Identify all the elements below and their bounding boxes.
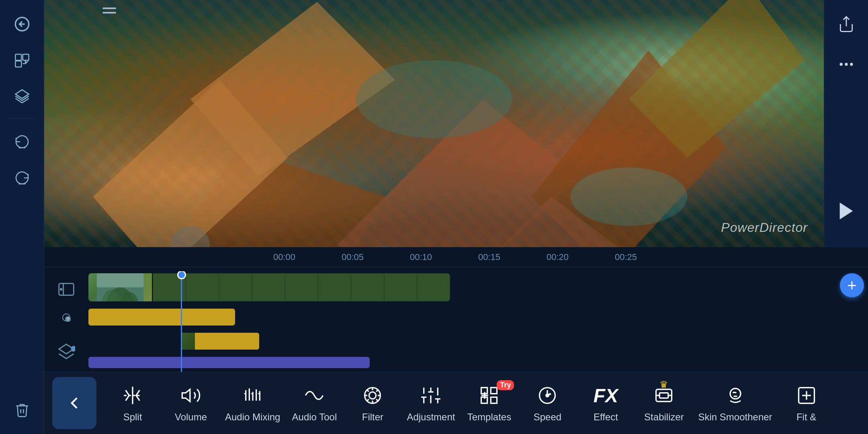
svg-point-28 <box>60 289 62 290</box>
right-sidebar <box>824 0 868 247</box>
audio-bar-3 <box>181 333 259 350</box>
media-music-button[interactable] <box>6 44 38 76</box>
tracks-area[interactable]: + <box>88 271 868 372</box>
back-bottom-button[interactable] <box>52 377 96 429</box>
watermark: PowerDirector <box>721 220 808 235</box>
volume-label: Volume <box>175 411 207 423</box>
tool-filter[interactable]: Filter <box>344 377 401 429</box>
audio-tool-label: Audio Tool <box>292 411 337 423</box>
svg-text:2: 2 <box>72 348 74 352</box>
delete-button[interactable] <box>6 394 38 426</box>
svg-rect-2 <box>15 54 21 60</box>
tool-audio-mixing[interactable]: Audio Mixing <box>221 377 284 429</box>
svg-point-25 <box>850 63 853 66</box>
ruler-mark-3: 00:15 <box>478 252 500 262</box>
tool-effect[interactable]: FX Effect <box>577 377 634 429</box>
stabilizer-label: Stabilizer <box>644 411 684 423</box>
effect-label: Effect <box>594 411 618 423</box>
playhead[interactable] <box>181 271 182 372</box>
top-section: PowerDirector <box>44 0 868 247</box>
ruler-mark-5: 00:25 <box>615 252 637 262</box>
video-preview: PowerDirector <box>44 0 824 247</box>
audio-track-control[interactable]: 2 <box>52 338 80 366</box>
tool-volume[interactable]: Volume <box>163 377 219 429</box>
main-area: PowerDirector <box>44 0 868 434</box>
split-label: Split <box>123 411 142 423</box>
hamburger-menu[interactable] <box>100 2 118 22</box>
main-video-track[interactable]: + <box>88 271 868 303</box>
purple-track-bar <box>88 357 370 368</box>
undo-button[interactable] <box>6 125 38 157</box>
svg-rect-63 <box>491 397 497 403</box>
skin-smoothener-icon <box>723 383 747 407</box>
preview-frame <box>44 0 824 247</box>
tool-speed[interactable]: Speed <box>519 377 575 429</box>
filter-label: Filter <box>362 411 383 423</box>
video-track-content <box>88 273 450 301</box>
layers-button[interactable] <box>6 80 38 113</box>
tool-items-container: Split Volume <box>100 377 860 429</box>
play-button[interactable] <box>830 195 862 227</box>
audio-mixing-icon <box>241 383 265 407</box>
svg-marker-42 <box>182 389 190 401</box>
svg-rect-40 <box>153 273 450 301</box>
rock-svg <box>44 0 824 247</box>
svg-point-67 <box>546 394 549 397</box>
back-button[interactable] <box>6 8 38 40</box>
video-track-control[interactable] <box>52 275 80 303</box>
tool-audio-tool[interactable]: Audio Tool <box>286 377 342 429</box>
svg-rect-4 <box>15 61 21 67</box>
svg-point-72 <box>730 389 741 399</box>
svg-point-24 <box>845 63 848 66</box>
svg-rect-61 <box>491 388 497 394</box>
svg-rect-36 <box>97 273 144 287</box>
tool-templates[interactable]: Try Templates <box>461 377 517 429</box>
fx-text: FX <box>594 385 618 407</box>
video-thumb-1 <box>88 273 153 301</box>
track-sub-icon: ? <box>62 313 70 321</box>
svg-marker-26 <box>839 203 853 219</box>
share-button[interactable] <box>830 8 862 40</box>
redo-button[interactable] <box>6 161 38 193</box>
fit-icon <box>794 383 819 407</box>
svg-point-18 <box>356 60 512 138</box>
timeline-section: 00:00 00:05 00:10 00:15 00:20 00:25 ? <box>44 247 868 372</box>
crown-badge: ♛ <box>659 379 668 390</box>
tool-adjustment[interactable]: Adjustment <box>403 377 459 429</box>
svg-point-23 <box>839 63 842 66</box>
left-sidebar <box>0 0 44 434</box>
adjustment-label: Adjustment <box>407 411 455 423</box>
tool-stabilizer[interactable]: ♛ Stabilizer <box>636 377 692 429</box>
ruler-mark-4: 00:20 <box>547 252 569 262</box>
audio-bar-2 <box>157 309 235 326</box>
split-icon <box>121 383 145 407</box>
timeline-tracks: ? 2 <box>44 267 868 372</box>
video-track-rest <box>153 273 450 301</box>
thumb-svg <box>88 273 152 301</box>
effect-icon: FX <box>594 383 618 407</box>
tool-fit[interactable]: Fit & <box>778 377 835 429</box>
sidebar-divider <box>9 119 35 119</box>
timeline-ruler: 00:00 00:05 00:10 00:15 00:20 00:25 <box>44 247 868 267</box>
purple-track[interactable] <box>88 355 868 371</box>
volume-icon <box>179 383 203 407</box>
filter-icon <box>360 383 385 407</box>
audio-track-1[interactable] <box>88 307 868 329</box>
svg-rect-69 <box>660 393 669 398</box>
bottom-toolbar: Split Volume <box>44 372 868 434</box>
speed-label: Speed <box>534 411 561 423</box>
add-track-button[interactable]: + <box>840 273 864 297</box>
tool-skin-smoothener[interactable]: Skin Smoothener <box>694 377 776 429</box>
audio-track-2[interactable] <box>88 331 868 353</box>
tool-split[interactable]: Split <box>104 377 161 429</box>
ruler-mark-0: 00:00 <box>273 252 295 262</box>
track-controls: ? 2 <box>44 271 88 372</box>
audio-mixing-label: Audio Mixing <box>225 411 280 423</box>
svg-rect-3 <box>23 54 29 60</box>
audio-tool-icon <box>302 383 326 407</box>
skin-smoothener-label: Skin Smoothener <box>698 411 772 423</box>
svg-point-19 <box>571 168 688 226</box>
more-options-button[interactable] <box>830 48 862 80</box>
svg-point-49 <box>369 392 376 399</box>
templates-label: Templates <box>467 411 511 423</box>
